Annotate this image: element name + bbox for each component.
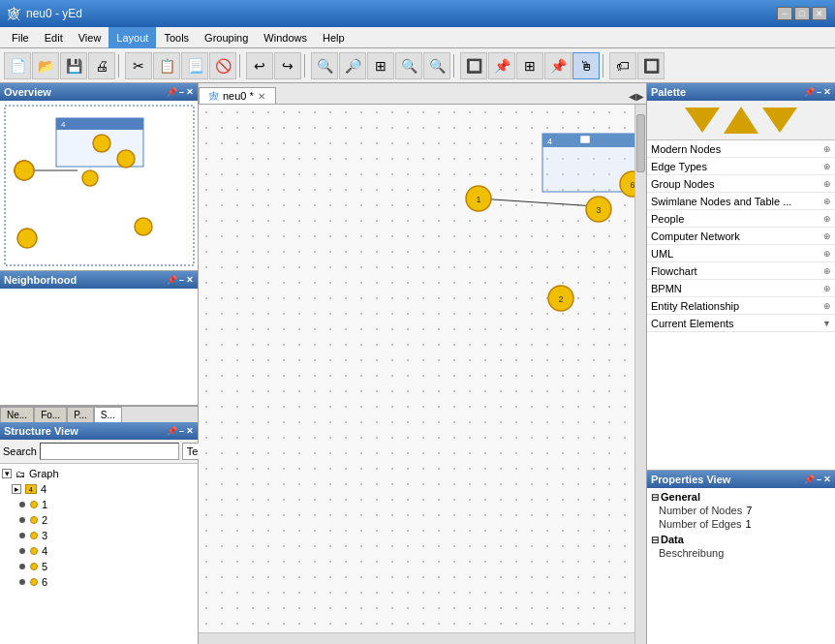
palette-item-modern-nodes[interactable]: Modern Nodes ⊕ [647,140,835,158]
toolbar-undo[interactable]: ↩ [246,52,273,79]
palette-item-uml[interactable]: UML ⊕ [647,245,835,262]
menu-grouping[interactable]: Grouping [197,27,256,48]
menu-tools[interactable]: Tools [156,27,197,48]
graph-tab-neu0[interactable]: 🕸 neu0 * ✕ [199,87,276,104]
close-button[interactable]: ✕ [812,7,827,20]
overview-pin[interactable]: 📌 [167,87,177,97]
toolbar-new[interactable]: 📄 [4,52,31,79]
menu-help[interactable]: Help [315,27,353,48]
palette-item-computer-network[interactable]: Computer Network ⊕ [647,228,835,245]
palette-close[interactable]: ✕ [823,87,831,97]
tree-group-4[interactable]: ▸ 4 4 [2,481,196,497]
toolbar-delete[interactable]: 🚫 [209,52,236,79]
overview-group-header [56,118,143,130]
shape-pentagon-down2-icon [762,107,797,133]
toolbar-zoom-out[interactable]: 🔎 [339,52,366,79]
title-bar-title: neu0 - yEd [26,7,82,20]
tree-node-4[interactable]: 4 [2,543,196,559]
structure-min[interactable]: – [179,426,184,436]
structure-view: Structure View 📌 – ✕ Search Text Regex ▾ [0,422,198,644]
toolbar-zoom-page[interactable]: 🔍 [395,52,422,79]
overview-min[interactable]: – [179,87,184,97]
overview-close[interactable]: ✕ [186,87,194,97]
tab-ne[interactable]: Ne... [0,407,34,422]
neighborhood-min[interactable]: – [179,275,184,285]
properties-pin[interactable]: 📌 [804,475,815,484]
palette-item-swimlane[interactable]: Swimlane Nodes and Table ... ⊕ [647,193,835,210]
toolbar-paste[interactable]: 📃 [181,52,208,79]
toolbar-cut[interactable]: ✂ [125,52,152,79]
tab-s[interactable]: S... [94,407,122,422]
toolbar-zoom-fit[interactable]: ⊞ [367,52,394,79]
scrollbar-v-thumb[interactable] [636,114,645,172]
palette-header: Palette 📌 – ✕ [647,83,835,101]
tree-node-2[interactable]: 2 [2,512,196,528]
palette-item-edge-types[interactable]: Edge Types ⊕ [647,158,835,175]
palette-item-group-nodes[interactable]: Group Nodes ⊕ [647,175,835,193]
prop-section-data: ⊟ Data Beschreibung [649,533,833,560]
tree-node-5[interactable]: 5 [2,559,196,574]
overview-circle-4 [17,229,37,248]
tree-node-6[interactable]: 6 [2,574,196,590]
menu-layout[interactable]: Layout [108,27,156,48]
prop-general-label: General [661,491,700,503]
tree-root-label: Graph [29,468,59,479]
toolbar-orthogonal[interactable]: 📌 [544,52,572,79]
scrollbar-vertical[interactable] [634,105,646,644]
neighborhood-pin[interactable]: 📌 [167,275,177,285]
palette-item-people[interactable]: People ⊕ [647,210,835,228]
toolbar-open[interactable]: 📂 [32,52,59,79]
structure-close[interactable]: ✕ [186,426,194,436]
toolbar-fit-content[interactable]: 🔲 [460,52,487,79]
tree-expand-root[interactable]: ▾ [2,469,12,478]
palette-item-entity[interactable]: Entity Relationship ⊕ [647,297,835,315]
prop-beschreibung-row: Beschreibung [649,546,833,560]
toolbar-print[interactable]: 🖨 [88,52,115,79]
menu-view[interactable]: View [71,27,109,48]
scrollbar-horizontal[interactable] [199,632,634,644]
palette-shape-previews [647,101,835,140]
palette-item-current[interactable]: Current Elements ▼ [647,315,835,332]
structure-pin[interactable]: 📌 [167,426,177,436]
toolbar-zoom-sel[interactable]: 🔍 [423,52,450,79]
toolbar-save[interactable]: 💾 [60,52,87,79]
toolbar-edge-mode[interactable]: 🖱 [572,52,600,79]
tree-node-1[interactable]: 1 [2,497,196,512]
palette-item-flowchart[interactable]: Flowchart ⊕ [647,262,835,280]
maximize-button[interactable]: □ [794,7,810,20]
tab-prev[interactable]: ◀ [629,91,636,102]
toolbar-zoom-in[interactable]: 🔍 [311,52,338,79]
shape-triangle-icon [724,107,758,134]
prop-general-header[interactable]: ⊟ General [649,490,833,504]
tab-fo[interactable]: Fo... [34,407,67,422]
tab-next[interactable]: ▶ [636,91,644,102]
toolbar-label[interactable]: 🏷 [609,52,636,79]
properties-min[interactable]: – [817,475,821,484]
palette-min[interactable]: – [817,87,821,97]
menu-file[interactable]: File [4,27,37,48]
toolbar-copy[interactable]: 📋 [153,52,180,79]
tab-p[interactable]: P... [67,407,94,422]
graph-tab-close[interactable]: ✕ [258,91,265,102]
toolbar-extra[interactable]: 🔲 [637,52,665,79]
tree-node-3[interactable]: 3 [2,528,196,543]
properties-close[interactable]: ✕ [823,475,831,484]
properties-controls: 📌 – ✕ [804,475,831,484]
minimize-button[interactable]: – [777,7,792,20]
toolbar-snap[interactable]: 📌 [488,52,515,79]
tree-graph-root[interactable]: ▾ 🗂 Graph [2,466,196,481]
prop-data-header[interactable]: ⊟ Data [649,533,833,546]
palette-item-bpmn[interactable]: BPMN ⊕ [647,280,835,297]
menu-edit[interactable]: Edit [37,27,71,48]
toolbar-grid[interactable]: ⊞ [516,52,543,79]
menu-windows[interactable]: Windows [256,27,315,48]
palette-pin[interactable]: 📌 [804,87,815,97]
tree-expand-group[interactable]: ▸ [12,484,21,494]
graph-group-collapse[interactable] [580,136,590,143]
graph-canvas[interactable]: 4 1 3 [199,105,646,644]
overview-circle-3 [82,170,98,186]
neighborhood-close[interactable]: ✕ [186,275,194,285]
properties-title: Properties View [651,474,730,485]
toolbar-redo[interactable]: ↪ [274,52,301,79]
search-input[interactable] [40,443,179,460]
